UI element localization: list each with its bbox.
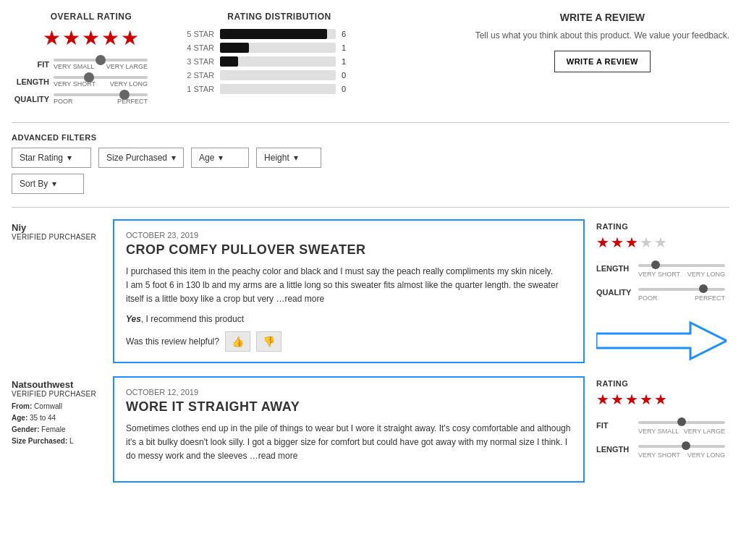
review-stars: ★★★★★	[596, 234, 729, 251]
height-label: Height	[264, 153, 289, 163]
review-body: Sometimes clothes end up in the pile of …	[126, 422, 572, 464]
star-2: ★	[611, 234, 625, 250]
size-purchased-dropdown[interactable]: Size Purchased ▾	[98, 148, 184, 168]
filters-row: Star Rating ▾ Size Purchased ▾ Age ▾ Hei…	[12, 148, 729, 168]
slider-knob	[699, 284, 708, 293]
dist-row: 5 STAR 6	[185, 29, 373, 39]
size-purchased-label: Size Purchased	[106, 153, 167, 163]
quality-min: POOR	[54, 98, 73, 105]
reviewer-col: Natsouthwest VERIFIED PURCHASER From: Co…	[12, 376, 113, 447]
sort-by-label: Sort By	[20, 179, 48, 189]
slider-label: FIT	[596, 421, 632, 430]
dist-label: 1 STAR	[185, 85, 214, 93]
review-slider-row: FIT VERY SMALL VERY LARGE	[596, 415, 729, 435]
chevron-down-icon: ▾	[67, 153, 72, 163]
slider-label: QUALITY	[596, 288, 632, 297]
thumbs-up-button[interactable]: 👍	[225, 331, 250, 352]
fit-slider: VERY SMALL VERY LARGE	[54, 59, 148, 70]
star-rating-label: Star Rating	[20, 153, 63, 163]
thumbs-down-button[interactable]: 👎	[256, 331, 281, 352]
arrow-icon	[596, 319, 727, 362]
review-rating-col: RATING ★★★★★ FIT VERY SMALL VERY LARGE L…	[585, 376, 729, 463]
dist-bar-bg	[220, 56, 336, 67]
length-max: VERY LONG	[110, 80, 148, 88]
dist-row: 1 STAR 0	[185, 84, 373, 94]
dist-row: 2 STAR 0	[185, 70, 373, 80]
dist-label: 2 STAR	[185, 71, 214, 80]
slider-min: VERY SHORT	[638, 451, 680, 459]
slider-knob	[651, 260, 660, 269]
review-slider-row: QUALITY POOR PERFECT	[596, 282, 729, 302]
write-review-description: Tell us what you think about this produc…	[475, 29, 729, 42]
svg-marker-0	[596, 323, 727, 359]
review-body: I purchased this item in the peachy colo…	[126, 265, 572, 307]
star-1: ★	[596, 391, 611, 407]
slider-min: VERY SMALL	[638, 428, 679, 435]
slider-knob	[682, 441, 690, 450]
slider-max: VERY LONG	[687, 451, 725, 459]
dist-bar-bg	[220, 43, 336, 53]
dist-bar-bg	[220, 84, 336, 94]
overall-stars: ★★★★★	[12, 26, 171, 50]
quality-slider-row: QUALITY POOR PERFECT	[12, 93, 171, 105]
slider-knob	[677, 417, 686, 426]
star-3: ★	[625, 234, 640, 250]
slider-max: PERFECT	[695, 294, 725, 302]
review-title: WORE IT STRAIGHT AWAY	[126, 399, 572, 415]
recommend-text: Yes, I recommend this product	[126, 314, 572, 324]
review-slider-row: LENGTH VERY SHORT VERY LONG	[596, 439, 729, 459]
review-slider-row: LENGTH VERY SHORT VERY LONG	[596, 258, 729, 278]
arrow-annotation	[596, 319, 729, 365]
dist-label: 5 STAR	[185, 30, 214, 38]
age-label: Age	[199, 153, 214, 163]
sort-row: Sort By ▾	[12, 174, 729, 194]
star-rating-dropdown[interactable]: Star Rating ▾	[12, 148, 91, 168]
dist-bar-fill	[220, 29, 327, 39]
height-dropdown[interactable]: Height ▾	[256, 148, 321, 168]
age-dropdown[interactable]: Age ▾	[191, 148, 249, 168]
reviewer-col: Niy VERIFIED PURCHASER	[12, 219, 113, 244]
chevron-down-icon-2: ▾	[172, 153, 176, 163]
star-1: ★	[596, 234, 611, 250]
review-block: Natsouthwest VERIFIED PURCHASER From: Co…	[12, 376, 729, 484]
slider-min: VERY SHORT	[638, 271, 680, 278]
dist-rows: 5 STAR 6 4 STAR 1 3 STAR 1 2 STAR 0 1 ST	[185, 29, 373, 94]
dist-bar-bg	[220, 70, 336, 80]
review-block: Niy VERIFIED PURCHASER OCTOBER 23, 2019 …	[12, 219, 729, 365]
rating-distribution-panel: RATING DISTRIBUTION 5 STAR 6 4 STAR 1 3 …	[185, 12, 373, 111]
slider-label: LENGTH	[596, 445, 632, 454]
reviewer-badge: VERIFIED PURCHASER	[12, 233, 106, 241]
reviews-section: Niy VERIFIED PURCHASER OCTOBER 23, 2019 …	[12, 219, 729, 496]
star-4: ★	[640, 391, 654, 407]
dist-row: 3 STAR 1	[185, 56, 373, 67]
chevron-down-icon-3: ▾	[219, 153, 223, 163]
filters-title: ADVANCED FILTERS	[12, 133, 729, 142]
write-review-button[interactable]: WRITE A REVIEW	[554, 51, 651, 72]
overall-rating-panel: OVERALL RATING ★★★★★ FIT VERY SMALL VERY…	[12, 12, 171, 111]
write-review-panel: WRITE A REVIEW Tell us what you think ab…	[475, 12, 729, 111]
quality-label: QUALITY	[12, 95, 49, 103]
length-slider: VERY SHORT VERY LONG	[54, 76, 148, 88]
rating-label: RATING	[596, 222, 729, 231]
slider-max: VERY LONG	[687, 271, 725, 278]
fit-knob	[96, 55, 106, 65]
dist-label: 3 STAR	[185, 57, 214, 66]
review-stars: ★★★★★	[596, 391, 729, 408]
review-date: OCTOBER 23, 2019	[126, 231, 572, 239]
quality-knob	[119, 90, 130, 100]
slider-track-wrapper: POOR PERFECT	[638, 282, 725, 302]
length-label: LENGTH	[12, 77, 49, 86]
dist-bar-fill	[220, 43, 249, 53]
dist-count: 1	[342, 57, 356, 66]
reviews-list: Niy VERIFIED PURCHASER OCTOBER 23, 2019 …	[12, 219, 729, 496]
dist-count: 0	[342, 85, 356, 93]
star-5: ★	[654, 234, 669, 250]
overall-rating-title: OVERALL RATING	[12, 12, 171, 22]
reviewer-name: Natsouthwest	[12, 379, 106, 390]
helpful-text: Was this review helpful?	[126, 336, 219, 347]
fit-slider-row: FIT VERY SMALL VERY LARGE	[12, 59, 171, 70]
sort-by-dropdown[interactable]: Sort By ▾	[12, 174, 84, 194]
slider-track-wrapper: VERY SHORT VERY LONG	[638, 439, 725, 459]
filters-section: ADVANCED FILTERS Star Rating ▾ Size Purc…	[12, 123, 729, 208]
dist-count: 6	[342, 30, 356, 38]
